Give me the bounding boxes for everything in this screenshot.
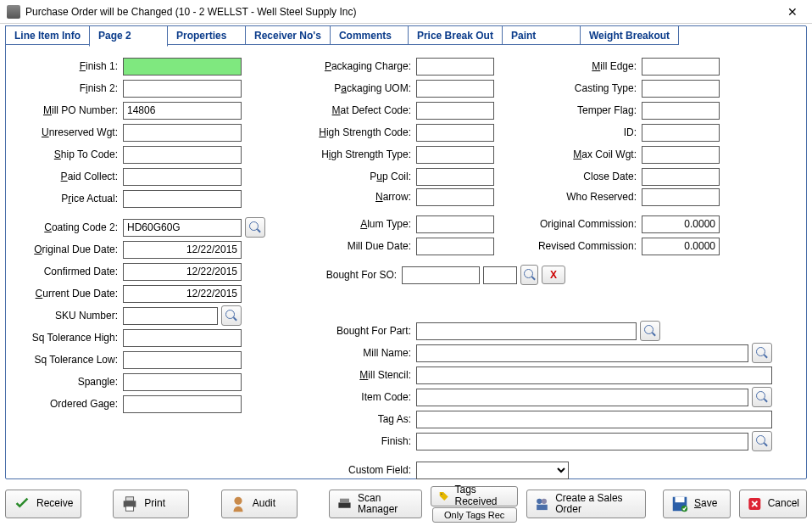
- maxcoil-field[interactable]: [642, 146, 720, 164]
- boughtpart-lookup-button[interactable]: [640, 321, 660, 341]
- tab-properties[interactable]: Properties: [167, 25, 246, 45]
- column-right: Mill Edge: Casting Type: Temper Flag: ID…: [514, 55, 735, 257]
- custom-select[interactable]: [416, 462, 569, 479]
- svg-rect-5: [340, 499, 349, 503]
- audit-label: Audit: [253, 498, 275, 509]
- create-sales-order-button[interactable]: Create a Sales Order: [526, 490, 646, 518]
- pkgcharge-field[interactable]: [416, 58, 494, 76]
- tab-price-break-out[interactable]: Price Break Out: [408, 25, 503, 45]
- pup-field[interactable]: [416, 168, 494, 186]
- main-frame: Line Item Info Page 2 Properties Receive…: [5, 25, 807, 479]
- alum-field[interactable]: [416, 215, 494, 233]
- scan-label: Scan Manager: [358, 493, 414, 515]
- tab-line-item-info[interactable]: Line Item Info: [5, 25, 90, 45]
- whores-field[interactable]: [642, 188, 720, 206]
- millname-lookup-button[interactable]: [752, 343, 772, 363]
- casting-field[interactable]: [642, 80, 720, 98]
- receive-label: Receive: [36, 498, 73, 509]
- scan-manager-button[interactable]: Scan Manager: [329, 490, 422, 518]
- finishw-lookup-button[interactable]: [752, 431, 772, 451]
- hstype-label: High Strength Type:: [311, 148, 416, 160]
- coating2-lookup-button[interactable]: [245, 217, 265, 238]
- tab-page-2[interactable]: Page 2: [89, 25, 168, 47]
- tags-group: Tags Received Only Tags Rec: [431, 486, 518, 523]
- tags-received-button[interactable]: Tags Received: [431, 486, 518, 506]
- narrow-label: Narrow:: [311, 191, 416, 203]
- matdefect-field[interactable]: [416, 102, 494, 120]
- column-wide: Bought For Part: Mill Name: Mill Stencil…: [311, 320, 772, 481]
- closedate-field[interactable]: [642, 168, 720, 186]
- spangle-field[interactable]: [123, 373, 242, 391]
- millpo-field[interactable]: [123, 102, 242, 120]
- tag-icon: [438, 490, 449, 503]
- paid-field[interactable]: [123, 168, 242, 186]
- confdate-field[interactable]: [123, 263, 242, 281]
- priceactual-field[interactable]: [123, 190, 242, 208]
- shipto-field[interactable]: [123, 146, 242, 164]
- svg-point-6: [441, 493, 442, 495]
- hstype-field[interactable]: [416, 146, 494, 164]
- svg-point-7: [537, 499, 542, 504]
- save-button[interactable]: Save: [663, 490, 731, 518]
- createso-label: Create a Sales Order: [555, 493, 638, 515]
- boughtpart-field[interactable]: [416, 322, 637, 340]
- finishw-field[interactable]: [416, 433, 748, 450]
- scanner-icon: [336, 495, 353, 513]
- tollow-field[interactable]: [123, 351, 242, 369]
- boughtso-clear-button[interactable]: X: [542, 266, 565, 284]
- millname-field[interactable]: [416, 344, 748, 362]
- search-icon: [756, 435, 768, 447]
- search-icon: [644, 325, 656, 337]
- receive-button[interactable]: Receive: [5, 490, 81, 518]
- itemcode-label: Item Code:: [311, 391, 416, 403]
- itemcode-lookup-button[interactable]: [752, 387, 772, 407]
- confdate-label: Confirmed Date:: [21, 266, 123, 277]
- boughtso-lookup-button[interactable]: [520, 265, 538, 285]
- boughtso-field[interactable]: [402, 266, 480, 284]
- app-icon: [7, 5, 20, 19]
- tab-weight-breakout[interactable]: Weight Breakout: [580, 25, 679, 45]
- id-field[interactable]: [642, 124, 720, 142]
- origdue-field[interactable]: [123, 241, 242, 259]
- ordgage-field[interactable]: [123, 395, 242, 413]
- coating2-label: Coating Code 2:: [21, 221, 123, 233]
- paid-label: Paid Collect:: [21, 171, 123, 182]
- tab-receiver-nos[interactable]: Receiver No's: [245, 25, 331, 45]
- audit-button[interactable]: Audit: [221, 490, 298, 518]
- tagas-field[interactable]: [416, 411, 772, 428]
- currdue-field[interactable]: [123, 285, 242, 303]
- tagas-label: Tag As:: [311, 413, 416, 425]
- svg-point-8: [542, 499, 547, 504]
- origcomm-field[interactable]: [642, 215, 720, 233]
- sku-lookup-button[interactable]: [221, 305, 242, 326]
- cancel-button[interactable]: Cancel: [739, 490, 807, 518]
- search-icon: [756, 347, 768, 359]
- unreserved-field[interactable]: [123, 124, 242, 142]
- close-icon[interactable]: ✕: [780, 3, 805, 20]
- bottom-toolbar: Receive Print Audit Scan Manager Tags Re…: [5, 487, 807, 521]
- svg-rect-9: [537, 505, 548, 510]
- milledge-field[interactable]: [642, 58, 720, 76]
- matdefect-label: Mat Defect Code:: [311, 104, 416, 116]
- tab-comments[interactable]: Comments: [330, 25, 409, 45]
- print-button[interactable]: Print: [113, 490, 189, 518]
- itemcode-field[interactable]: [416, 389, 748, 406]
- temper-field[interactable]: [642, 102, 720, 120]
- search-icon: [524, 269, 536, 281]
- coating2-field[interactable]: [123, 219, 242, 237]
- millpo-label: Mill PO Number:: [21, 104, 123, 116]
- pkguom-field[interactable]: [416, 80, 494, 98]
- millstencil-field[interactable]: [416, 367, 772, 384]
- revcomm-field[interactable]: [642, 238, 720, 255]
- narrow-field[interactable]: [416, 188, 494, 206]
- hscode-field[interactable]: [416, 124, 494, 142]
- milldue-field[interactable]: [416, 238, 494, 255]
- finish1-field[interactable]: [123, 58, 242, 76]
- tab-paint[interactable]: Paint: [502, 25, 581, 45]
- only-tags-rec-button[interactable]: Only Tags Rec: [432, 507, 517, 523]
- finish2-field[interactable]: [123, 80, 242, 98]
- sku-field[interactable]: [123, 307, 218, 325]
- boughtso-line-field[interactable]: [483, 266, 517, 284]
- pkguom-label: Packaging UOM:: [311, 82, 416, 94]
- tolhigh-field[interactable]: [123, 329, 242, 347]
